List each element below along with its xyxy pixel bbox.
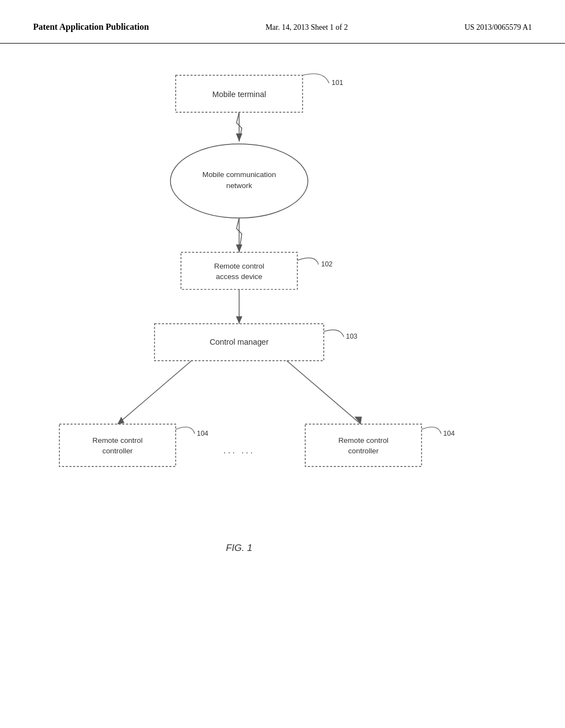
- line-to-left-controller: [118, 361, 191, 424]
- ref-103-text: 103: [346, 333, 358, 340]
- arrow-2-head: [236, 244, 243, 252]
- mobile-network-label-line2: network: [226, 181, 252, 190]
- mobile-network-label-line1: Mobile communication: [202, 170, 276, 179]
- ref-104-left-text: 104: [197, 430, 209, 437]
- ref-104-left-line: [175, 427, 195, 433]
- ref-104-right-line: [422, 427, 441, 433]
- ref-104-right-text: 104: [443, 430, 455, 437]
- left-controller-label-line2: controller: [102, 447, 133, 455]
- patent-number-label: US 2013/0065579 A1: [465, 23, 532, 32]
- right-controller-label-line1: Remote control: [338, 436, 388, 445]
- dots-label: ... ...: [223, 446, 255, 455]
- diagram-area: Mobile terminal 101 Mobile communication…: [0, 44, 565, 678]
- remote-access-label-line2: access device: [216, 272, 262, 281]
- right-controller-label-line2: controller: [348, 447, 379, 455]
- arrow-right-head: [354, 417, 361, 424]
- remote-access-box: [181, 253, 297, 290]
- arrow-left-head: [118, 417, 124, 424]
- remote-access-label-line1: Remote control: [214, 262, 264, 270]
- line-to-right-controller: [287, 361, 361, 424]
- ref-101-line: [302, 74, 329, 83]
- ref-103-line: [324, 330, 344, 337]
- date-sheet-label: Mar. 14, 2013 Sheet 1 of 2: [265, 23, 348, 32]
- ref-101-text: 101: [332, 79, 343, 87]
- ref-102-line: [297, 258, 318, 265]
- fig-label: FIG. 1: [226, 542, 252, 553]
- publication-label: Patent Application Publication: [33, 22, 149, 32]
- left-controller-box: [60, 424, 176, 467]
- right-controller-box: [305, 424, 422, 467]
- arrow-3-head: [236, 317, 243, 324]
- control-manager-label: Control manager: [210, 338, 269, 346]
- mobile-terminal-label: Mobile terminal: [212, 90, 266, 99]
- diagram-svg: Mobile terminal 101 Mobile communication…: [0, 44, 565, 678]
- page-header: Patent Application Publication Mar. 14, …: [0, 0, 565, 44]
- left-controller-label-line1: Remote control: [93, 436, 143, 445]
- ref-102-text: 102: [321, 260, 333, 268]
- arrow-1-head: [236, 133, 243, 141]
